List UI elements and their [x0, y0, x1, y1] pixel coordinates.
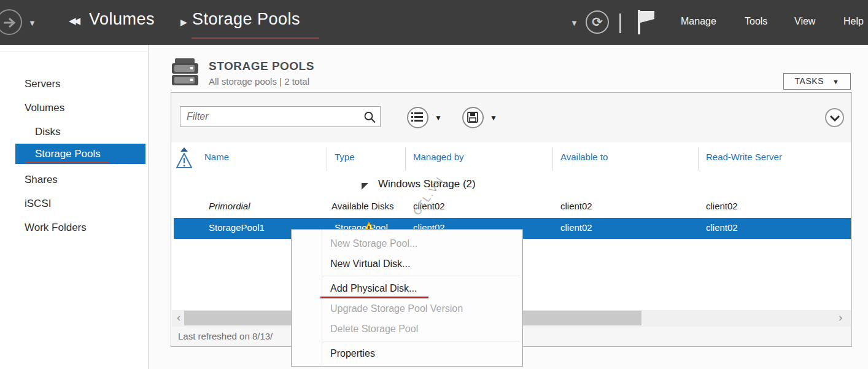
- menu-help[interactable]: Help: [843, 16, 864, 27]
- list-icon: [411, 112, 424, 123]
- sidebar-item-iscsi[interactable]: iSCSI: [0, 195, 149, 213]
- cell-name: StoragePool1: [209, 222, 265, 233]
- table-row-primordial[interactable]: Primordial Available Disks client02 clie…: [174, 196, 851, 217]
- storage-pools-icon: [170, 57, 201, 91]
- cell-available-to: client02: [560, 222, 592, 233]
- annotation-underline-breadcrumb: [192, 37, 319, 39]
- navigation-pane: Servers Volumes Disks Storage Pools Shar…: [0, 45, 149, 369]
- scroll-left-icon[interactable]: ‹: [177, 311, 180, 324]
- forward-nav-icon[interactable]: [0, 9, 22, 35]
- annotation-underline-storage-pools: [26, 161, 109, 163]
- menu-manage[interactable]: Manage: [681, 16, 716, 27]
- menu-separator: [322, 276, 520, 276]
- cell-available-to: client02: [560, 201, 592, 211]
- menu-item-add-physical-disk[interactable]: Add Physical Disk...: [292, 278, 522, 298]
- menu-item-new-storage-pool: New Storage Pool...: [292, 233, 522, 254]
- annotation-underline-add-physical-disk: [320, 297, 428, 298]
- save-icon: [467, 112, 478, 123]
- save-query-caret-icon[interactable]: ▼: [490, 114, 497, 122]
- column-header-type[interactable]: Type: [335, 152, 355, 162]
- menu-view[interactable]: View: [794, 16, 815, 27]
- list-view-caret-icon[interactable]: ▼: [435, 114, 442, 122]
- nav-dropdown-caret-icon[interactable]: ▼: [28, 18, 36, 28]
- page-subtitle: All storage pools | 2 total: [209, 76, 309, 87]
- menu-item-properties[interactable]: Properties: [292, 343, 522, 363]
- alert-sort-column-icon[interactable]: [176, 147, 194, 173]
- breadcrumb-back-icon[interactable]: ◀◀: [69, 15, 78, 26]
- column-header-available-to[interactable]: Available to: [560, 152, 608, 162]
- page-title: STORAGE POOLS: [209, 60, 314, 73]
- group-row-windows-storage[interactable]: Windows Storage (2): [174, 176, 851, 195]
- column-header-read-write-server[interactable]: Read-Write Server: [706, 152, 782, 162]
- tasks-button[interactable]: TASKS▼: [783, 73, 851, 90]
- scroll-right-icon[interactable]: ›: [839, 311, 842, 324]
- sidebar-item-disks[interactable]: Disks: [0, 123, 149, 141]
- refresh-dropdown-caret-icon[interactable]: ▼: [570, 18, 578, 28]
- sidebar-item-volumes[interactable]: Volumes: [0, 99, 149, 117]
- topbar-divider: [619, 14, 621, 33]
- menu-item-delete-storage-pool: Delete Storage Pool: [292, 319, 522, 339]
- sidebar-item-servers[interactable]: Servers: [0, 75, 149, 93]
- tasks-button-label: TASKS: [795, 76, 824, 86]
- sidebar-divider: [0, 52, 149, 52]
- menu-tools[interactable]: Tools: [745, 16, 767, 27]
- search-icon[interactable]: [363, 111, 377, 127]
- chevron-down-icon: [829, 115, 840, 122]
- save-query-button[interactable]: [462, 107, 484, 128]
- breadcrumb-separator-icon: ▶: [180, 17, 187, 27]
- breadcrumb-volumes[interactable]: Volumes: [89, 10, 155, 29]
- sidebar-item-work-folders[interactable]: Work Folders: [0, 219, 149, 237]
- menu-separator: [322, 341, 520, 341]
- collapse-pane-button[interactable]: [825, 108, 844, 127]
- breadcrumb-storage-pools: Storage Pools: [192, 10, 300, 29]
- menu-item-new-virtual-disk[interactable]: New Virtual Disk...: [292, 254, 522, 274]
- last-refreshed-text: Last refreshed on 8/13/: [178, 331, 273, 341]
- filter-input[interactable]: [180, 106, 381, 127]
- column-divider[interactable]: [698, 147, 699, 171]
- refresh-icon[interactable]: ⟳: [586, 10, 609, 34]
- title-bar: ▼ ◀◀ Volumes ▶ Storage Pools ▼ ⟳ Manage …: [0, 0, 868, 45]
- column-divider[interactable]: [405, 147, 406, 171]
- column-header-name[interactable]: Name: [204, 152, 229, 162]
- menu-item-upgrade-storage-pool-version: Upgrade Storage Pool Version: [292, 298, 522, 319]
- collapse-group-icon[interactable]: [362, 182, 369, 193]
- tasks-caret-icon: ▼: [832, 78, 839, 85]
- cell-read-write-server: client02: [706, 201, 738, 211]
- cell-type: Available Disks: [331, 201, 393, 211]
- column-divider[interactable]: [327, 147, 327, 171]
- arrow-right-icon: [3, 17, 17, 29]
- list-view-button[interactable]: [407, 107, 428, 128]
- column-divider[interactable]: [552, 147, 553, 171]
- notifications-flag-icon[interactable]: [636, 9, 657, 38]
- sidebar-item-shares[interactable]: Shares: [0, 171, 149, 189]
- cell-name: Primordial: [209, 201, 250, 211]
- cell-read-write-server: client02: [706, 222, 738, 233]
- server-manager-window: ▼ ◀◀ Volumes ▶ Storage Pools ▼ ⟳ Manage …: [0, 0, 868, 369]
